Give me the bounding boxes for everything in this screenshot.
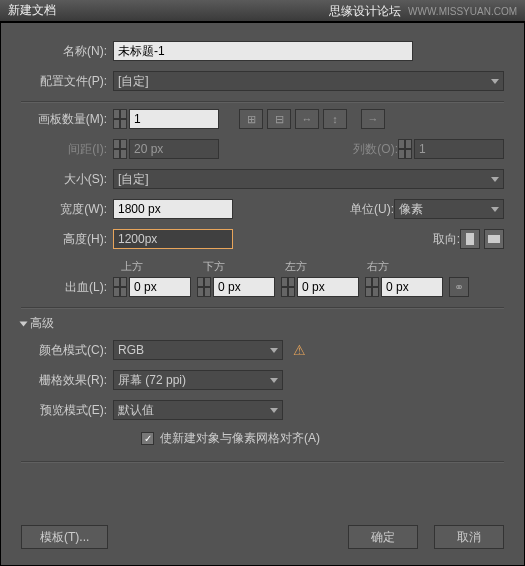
preview-select[interactable]: 默认值 xyxy=(113,400,283,420)
width-input[interactable] xyxy=(113,199,233,219)
orient-label: 取向: xyxy=(414,231,460,248)
chevron-down-icon xyxy=(270,378,278,383)
preview-label: 预览模式(E): xyxy=(21,402,107,419)
warning-icon: ⚠ xyxy=(293,342,306,358)
orient-portrait-button[interactable] xyxy=(460,229,480,249)
dialog-body: 名称(N): 配置文件(P): [自定] 画板数量(M): ⊞ ⊟ ↔ ↕ → … xyxy=(0,22,525,566)
dialog-title: 新建文档 xyxy=(8,2,56,19)
arrange-ltr-icon[interactable]: ↕ xyxy=(323,109,347,129)
chevron-down-icon xyxy=(270,408,278,413)
size-select[interactable]: [自定] xyxy=(113,169,504,189)
bleed-bottom-input[interactable] xyxy=(213,277,275,297)
arrow-right-icon[interactable]: → xyxy=(361,109,385,129)
separator xyxy=(21,307,504,309)
advanced-label: 高级 xyxy=(30,315,54,332)
bleed-left-input[interactable] xyxy=(297,277,359,297)
chevron-down-icon xyxy=(491,79,499,84)
align-grid-label: 使新建对象与像素网格对齐(A) xyxy=(160,430,320,447)
height-input[interactable] xyxy=(113,229,233,249)
disclosure-triangle-icon[interactable] xyxy=(20,321,28,326)
orient-landscape-button[interactable] xyxy=(484,229,504,249)
align-grid-checkbox[interactable]: ✓ xyxy=(141,432,154,445)
spacing-label: 间距(I): xyxy=(21,141,107,158)
artboards-label: 画板数量(M): xyxy=(21,111,107,128)
chevron-down-icon xyxy=(491,177,499,182)
columns-stepper xyxy=(398,139,412,159)
name-input[interactable] xyxy=(113,41,413,61)
bleed-label: 出血(L): xyxy=(21,279,107,296)
units-select[interactable]: 像素 xyxy=(394,199,504,219)
chevron-down-icon xyxy=(491,207,499,212)
cancel-button[interactable]: 取消 xyxy=(434,525,504,549)
size-label: 大小(S): xyxy=(21,171,107,188)
raster-label: 栅格效果(R): xyxy=(21,372,107,389)
chevron-down-icon xyxy=(270,348,278,353)
units-label: 单位(U): xyxy=(334,201,394,218)
grid-row-icon[interactable]: ⊞ xyxy=(239,109,263,129)
grid-col-icon[interactable]: ⊟ xyxy=(267,109,291,129)
spacing-stepper xyxy=(113,139,127,159)
width-label: 宽度(W): xyxy=(21,201,107,218)
raster-select[interactable]: 屏幕 (72 ppi) xyxy=(113,370,283,390)
bleed-right-input[interactable] xyxy=(381,277,443,297)
separator xyxy=(21,101,504,103)
ok-button[interactable]: 确定 xyxy=(348,525,418,549)
template-button[interactable]: 模板(T)... xyxy=(21,525,108,549)
bleed-right-stepper[interactable] xyxy=(365,277,379,297)
artboards-stepper[interactable] xyxy=(113,109,127,129)
profile-select[interactable]: [自定] xyxy=(113,71,504,91)
watermark: 思缘设计论坛 WWW.MISSYUAN.COM xyxy=(329,3,517,20)
height-label: 高度(H): xyxy=(21,231,107,248)
bleed-top-input[interactable] xyxy=(129,277,191,297)
bleed-left-stepper[interactable] xyxy=(281,277,295,297)
color-mode-label: 颜色模式(C): xyxy=(21,342,107,359)
link-icon[interactable]: ⚭ xyxy=(449,277,469,297)
separator xyxy=(21,461,504,463)
columns-label: 列数(O): xyxy=(338,141,398,158)
title-bar: 新建文档 思缘设计论坛 WWW.MISSYUAN.COM xyxy=(0,0,525,22)
bleed-top-stepper[interactable] xyxy=(113,277,127,297)
arrange-rtl-icon[interactable]: ↔ xyxy=(295,109,319,129)
spacing-input xyxy=(129,139,219,159)
artboards-input[interactable] xyxy=(129,109,219,129)
color-mode-select[interactable]: RGB xyxy=(113,340,283,360)
bleed-bottom-stepper[interactable] xyxy=(197,277,211,297)
name-label: 名称(N): xyxy=(21,43,107,60)
profile-label: 配置文件(P): xyxy=(21,73,107,90)
columns-input xyxy=(414,139,504,159)
bleed-headers: 上方 下方 左方 右方 xyxy=(121,259,504,274)
